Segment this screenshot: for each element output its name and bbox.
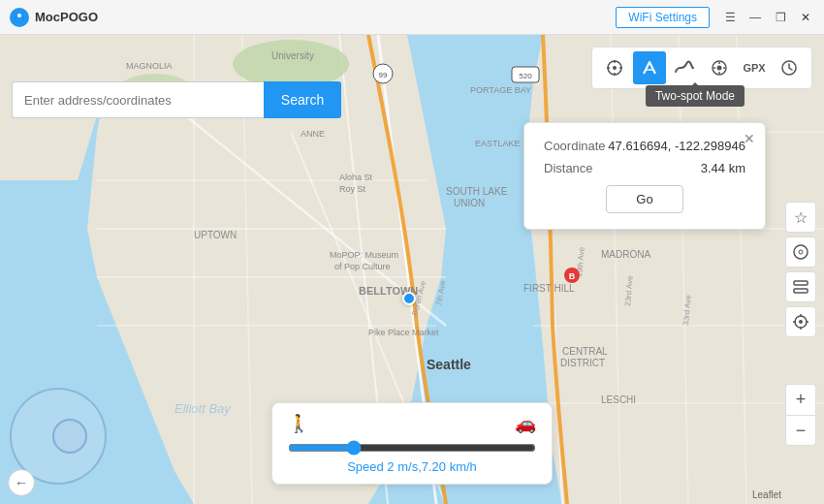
svg-text:520: 520 — [519, 72, 532, 80]
favorite-button[interactable]: ☆ — [785, 202, 816, 233]
window-controls: ☰ — ❒ ✕ — [721, 9, 814, 26]
car-icon: 🚗 — [515, 413, 536, 434]
svg-text:DISTRICT: DISTRICT — [560, 358, 605, 368]
app-logo: MocPOGO — [10, 8, 98, 27]
maximize-button[interactable]: ❒ — [772, 9, 789, 26]
zoom-out-button[interactable]: − — [785, 415, 816, 446]
right-icons: ☆ — [785, 202, 816, 337]
svg-text:B: B — [569, 271, 576, 281]
back-button[interactable]: ← — [8, 469, 35, 496]
svg-text:MoPOP: Museum: MoPOP: Museum — [330, 250, 398, 260]
compass-button[interactable] — [785, 236, 816, 268]
coordinate-label: Coordinate — [544, 139, 606, 153]
svg-text:MAGNOLIA: MAGNOLIA — [126, 61, 173, 71]
speed-slider-row — [288, 440, 536, 456]
coordinate-value: 47.616694, -122.298946 — [608, 139, 745, 153]
svg-text:FIRST HILL: FIRST HILL — [523, 283, 575, 294]
svg-text:99: 99 — [379, 71, 388, 79]
speed-icons-row: 🚶 🚗 — [288, 413, 536, 434]
svg-text:LESCHI: LESCHI — [601, 394, 636, 405]
twospot-tooltip: Two-spot Mode — [646, 85, 745, 107]
app-icon — [10, 8, 29, 27]
svg-text:CENTRAL: CENTRAL — [562, 346, 608, 357]
svg-point-1 — [17, 14, 21, 17]
distance-label: Distance — [544, 161, 593, 175]
svg-point-74 — [718, 62, 720, 64]
svg-rect-82 — [794, 289, 808, 293]
menu-button[interactable]: ☰ — [721, 9, 739, 26]
wifi-settings-button[interactable]: WiFi Settings — [616, 7, 710, 28]
history-button[interactable] — [773, 51, 806, 84]
locate-button[interactable] — [785, 306, 816, 337]
speed-text: Speed 2 m/s,7.20 km/h — [288, 459, 536, 474]
zoom-in-button[interactable]: + — [785, 384, 816, 415]
svg-text:MADRONA: MADRONA — [601, 249, 650, 260]
close-button[interactable]: ✕ — [797, 9, 814, 26]
search-bar: Search — [12, 81, 341, 118]
svg-text:Aloha St: Aloha St — [339, 173, 373, 182]
gps-button[interactable] — [598, 51, 631, 84]
coordinate-popup: ✕ Coordinate 47.616694, -122.298946 Dist… — [523, 122, 766, 230]
svg-point-84 — [799, 320, 803, 324]
location-dot — [402, 292, 416, 305]
toolbar: GPX — [591, 47, 812, 89]
distance-value: 3.44 km — [701, 161, 745, 175]
app-title: MocPOGO — [35, 10, 98, 24]
svg-text:SOUTH LAKE: SOUTH LAKE — [446, 186, 508, 197]
svg-text:UPTOWN: UPTOWN — [194, 230, 237, 240]
go-button[interactable]: Go — [606, 185, 682, 213]
leaflet-attribution: Leaflet — [752, 489, 781, 500]
route-button[interactable] — [633, 51, 666, 84]
titlebar: MocPOGO WiFi Settings ☰ — ❒ ✕ — [0, 0, 824, 35]
speed-value: 2 m/s,7.20 km/h — [387, 459, 477, 474]
svg-text:EASTLAKE: EASTLAKE — [475, 139, 521, 148]
joystick-inner — [52, 419, 87, 454]
zoom-controls: + − — [785, 384, 816, 446]
speed-slider[interactable] — [288, 440, 536, 456]
svg-rect-81 — [794, 281, 808, 285]
svg-text:Seattle: Seattle — [427, 357, 471, 372]
svg-text:Elliott Bay: Elliott Bay — [174, 401, 232, 416]
search-button[interactable]: Search — [264, 81, 341, 118]
svg-point-80 — [799, 250, 803, 254]
svg-point-75 — [718, 72, 720, 74]
minimize-button[interactable]: — — [746, 9, 764, 26]
layers-button[interactable] — [785, 271, 816, 302]
search-input[interactable] — [12, 81, 264, 118]
svg-text:Roy St: Roy St — [339, 184, 366, 194]
svg-point-73 — [717, 66, 722, 71]
map[interactable]: University MAGNOLIA Carleton Park ANNE P… — [0, 35, 824, 504]
svg-point-66 — [613, 66, 617, 70]
svg-text:of Pop Culture: of Pop Culture — [334, 262, 391, 271]
joystick-button[interactable] — [703, 51, 736, 84]
svg-text:ANNE: ANNE — [301, 129, 325, 139]
distance-row: Distance 3.44 km — [544, 161, 745, 175]
svg-text:Pike Place Market: Pike Place Market — [368, 328, 439, 337]
speed-control: 🚶 🚗 Speed 2 m/s,7.20 km/h — [271, 402, 553, 485]
svg-text:University: University — [271, 50, 314, 61]
coordinate-row: Coordinate 47.616694, -122.298946 — [544, 139, 745, 153]
walk-icon: 🚶 — [288, 413, 309, 434]
svg-text:PORTAGE BAY: PORTAGE BAY — [470, 85, 531, 95]
svg-text:UNION: UNION — [454, 198, 485, 208]
gpx-button[interactable]: GPX — [738, 51, 771, 84]
svg-point-77 — [723, 67, 725, 69]
svg-point-79 — [794, 245, 808, 259]
svg-point-76 — [713, 67, 715, 69]
popup-close-button[interactable]: ✕ — [744, 131, 755, 146]
